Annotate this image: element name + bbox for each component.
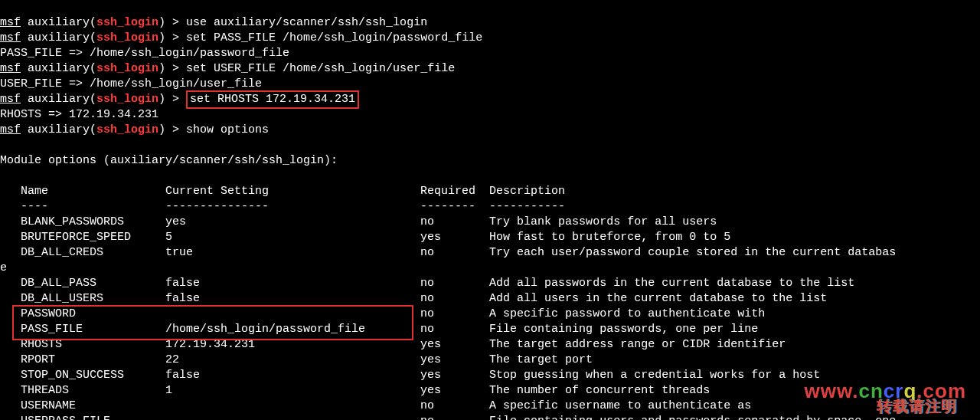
prompt-line[interactable]: msf auxiliary(ssh_login) > show options <box>0 123 269 136</box>
cmd-set-passfile: set PASS_FILE /home/ssh_login/password_f… <box>186 31 482 44</box>
prompt-line[interactable]: msf auxiliary(ssh_login) > set RHOSTS 17… <box>0 93 359 106</box>
echo-userfile: USER_FILE => /home/ssh_login/user_file <box>0 77 262 90</box>
echo-passfile: PASS_FILE => /home/ssh_login/password_fi… <box>0 47 289 60</box>
prompt-line[interactable]: msf auxiliary(ssh_login) > use auxiliary… <box>0 16 427 29</box>
highlighted-cmd-rhosts: set RHOSTS 172.19.34.231 <box>186 90 359 109</box>
prompt-line[interactable]: msf auxiliary(ssh_login) > set USER_FILE… <box>0 62 455 75</box>
watermark-sub: 转载请注明 <box>877 399 957 414</box>
module-options-header: Module options (auxiliary/scanner/ssh/ss… <box>0 154 338 167</box>
cmd-set-userfile: set USER_FILE /home/ssh_login/user_file <box>186 62 455 75</box>
prompt-msf: msf <box>0 16 21 29</box>
echo-rhosts: RHOSTS => 172.19.34.231 <box>0 108 158 121</box>
cmd-use: use auxiliary/scanner/ssh/ssh_login <box>186 16 427 29</box>
prompt-line[interactable]: msf auxiliary(ssh_login) > set PASS_FILE… <box>0 31 482 44</box>
prompt-module: ssh_login <box>96 16 158 29</box>
terminal-output: msf auxiliary(ssh_login) > use auxiliary… <box>0 0 980 420</box>
cmd-show-options: show options <box>186 123 269 136</box>
options-table: Name Current Setting Required Descriptio… <box>0 185 896 420</box>
watermark-url: www.cncrq.com <box>805 383 966 399</box>
